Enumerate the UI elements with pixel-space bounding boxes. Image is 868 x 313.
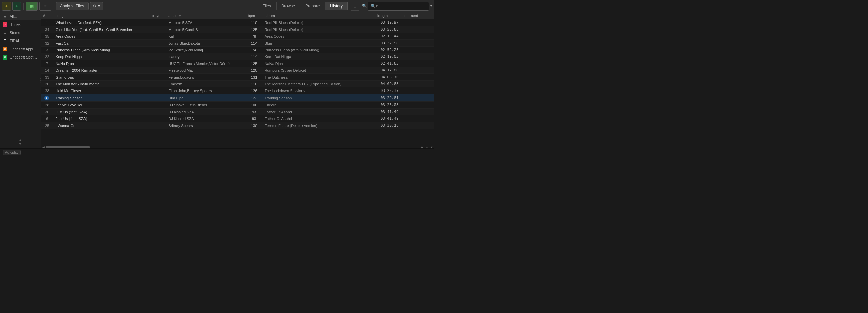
cell-album: Area Codes	[263, 33, 375, 40]
sidebar-item-itunes[interactable]: ♪ iTunes	[0, 20, 41, 29]
scroll-up-button[interactable]: ▲	[424, 145, 429, 149]
sidebar-item-itunes-label: iTunes	[10, 22, 21, 27]
table-row[interactable]: 7NaNa DjonHUGEL,Francis Mercier,Victor D…	[41, 60, 434, 67]
table-row[interactable]: 3Princess Diana (with Nicki Minaj)Ice Sp…	[41, 47, 434, 53]
analyze-files-button[interactable]: Analyze Files	[56, 2, 89, 10]
table-row[interactable]: 30Just Us (feat. SZA)DJ Khaled,SZA93Fath…	[41, 109, 434, 115]
cell-bpm: 126	[246, 87, 263, 94]
cell-plays	[150, 53, 166, 60]
sidebar-scroll-down[interactable]: ▼	[19, 142, 22, 146]
cell-bpm: 123	[246, 94, 263, 102]
cell-album: Keep Dat Nigga	[263, 53, 375, 60]
cell-album: Red Pill Blues (Deluxe)	[263, 26, 375, 33]
h-scroll-thumb[interactable]	[46, 146, 90, 148]
cell-comment	[401, 109, 434, 115]
cell-song: Princess Diana (with Nicki Minaj)	[53, 47, 150, 53]
table-row[interactable]: 38Hold Me CloserElton John,Britney Spear…	[41, 87, 434, 94]
table-row[interactable]: 20The Monster - InstrumentalEminem110The…	[41, 81, 434, 87]
cell-song: Fast Car	[53, 40, 150, 47]
gear-dropdown-arrow: ▾	[98, 4, 100, 9]
table-row[interactable]: 35Area CodesKali78Area Codes02:19.44	[41, 33, 434, 40]
cell-song: NaNa Djon	[53, 60, 150, 67]
add-playlist-icon: +	[15, 3, 18, 9]
sidebar-item-ondesoft-apple[interactable]: O Ondesoft Apple Music Conv	[0, 45, 41, 53]
horizontal-scrollbar[interactable]: ◀ ▶ ▲ ▼	[41, 146, 434, 148]
table-row[interactable]: 1What Lovers Do (feat. SZA)Maroon 5,SZA1…	[41, 19, 434, 26]
tab-browse[interactable]: Browse	[276, 2, 300, 10]
cell-num: 3	[41, 47, 53, 53]
content-area: # song plays artist ▼ bpm album length c…	[41, 12, 434, 148]
main-layout: ★ All... ♪ iTunes ≡ Stems T TIDAL O Onde…	[0, 12, 434, 148]
sidebar-resize-handle[interactable]	[40, 78, 41, 83]
cell-song: I Wanna Go	[53, 122, 150, 129]
col-header-bpm[interactable]: bpm	[246, 12, 263, 19]
scroll-down-button[interactable]: ▼	[429, 145, 434, 149]
cell-song: Just Us (feat. SZA)	[53, 109, 150, 115]
settings-button[interactable]: ⚙ ▾	[90, 2, 103, 10]
cell-album: Father Of Asahd	[263, 109, 375, 115]
cell-length: 04:17.86	[375, 67, 401, 74]
sidebar-scroll-up[interactable]: ▲	[19, 138, 22, 142]
cell-plays	[150, 74, 166, 81]
col-header-length[interactable]: length	[375, 12, 401, 19]
col-header-comment[interactable]: comment	[401, 12, 434, 19]
cell-length: 03:19.97	[375, 19, 401, 26]
cell-artist: Britney Spears	[166, 122, 246, 129]
cell-bpm: 120	[246, 67, 263, 74]
cell-song: Hold Me Closer	[53, 87, 150, 94]
sidebar-item-all[interactable]: ★ All...	[0, 12, 41, 20]
cell-bpm: 110	[246, 81, 263, 87]
add-playlist-button[interactable]: +	[12, 2, 21, 11]
grid-view-button[interactable]: ▦	[26, 2, 38, 11]
col-header-song[interactable]: song	[53, 12, 150, 19]
cell-song: Glamorous	[53, 74, 150, 81]
add-track-button[interactable]: +	[2, 2, 11, 11]
cell-length: 03:55.68	[375, 26, 401, 33]
table-row[interactable]: ▶Training SeasonDua Lipa123Training Seas…	[41, 94, 434, 102]
cell-plays	[150, 19, 166, 26]
table-row[interactable]: 32Fast CarJonas Blue,Dakota114Blue03:32.…	[41, 40, 434, 47]
col-header-album[interactable]: album	[263, 12, 375, 19]
table-row[interactable]: 6Just Us (feat. SZA)DJ Khaled,SZA93Fathe…	[41, 115, 434, 122]
scroll-left-button[interactable]: ◀	[41, 145, 46, 149]
table-row[interactable]: 14Dreams - 2004 RemasterFleetwood Mac120…	[41, 67, 434, 74]
cell-comment	[401, 102, 434, 109]
table-body: 1What Lovers Do (feat. SZA)Maroon 5,SZA1…	[41, 19, 434, 129]
table-row[interactable]: 34Girls Like You (feat. Cardi B) - Cardi…	[41, 26, 434, 33]
cell-album: Red Pill Blues (Deluxe)	[263, 19, 375, 26]
cell-artist: DJ Khaled,SZA	[166, 115, 246, 122]
cell-artist: Fergie,Ludacris	[166, 74, 246, 81]
cell-num: 1	[41, 19, 53, 26]
table-row[interactable]: 33GlamorousFergie,Ludacris131The Dutches…	[41, 74, 434, 81]
cell-artist: Maroon 5,Cardi B	[166, 26, 246, 33]
table-row[interactable]: 22Keep Dat NiggaIcandy114Keep Dat Nigga0…	[41, 53, 434, 60]
table-header: # song plays artist ▼ bpm album length c…	[41, 12, 434, 19]
sidebar-item-ondesoft-spotify[interactable]: O Ondesoft Spotify Music Conv	[0, 53, 41, 61]
search-input[interactable]	[368, 2, 429, 11]
cell-comment	[401, 67, 434, 74]
table-row[interactable]: 28Let Me Love YouDJ Snake,Justin Bieber1…	[41, 102, 434, 109]
cell-plays	[150, 109, 166, 115]
table-row[interactable]: 25I Wanna GoBritney Spears130Femme Fatal…	[41, 122, 434, 129]
scroll-right-button[interactable]: ▶	[420, 145, 424, 149]
cell-length: 03:41.49	[375, 115, 401, 122]
list-view-button[interactable]: ≡	[39, 2, 51, 11]
tab-files[interactable]: Files	[258, 2, 276, 10]
cell-artist: Dua Lipa	[166, 94, 246, 102]
col-header-num[interactable]: #	[41, 12, 53, 19]
col-header-plays[interactable]: plays	[150, 12, 166, 19]
autoplay-badge[interactable]: Autoplay	[3, 150, 21, 155]
cell-song: Girls Like You (feat. Cardi B) - Cardi B…	[53, 26, 150, 33]
expand-button[interactable]: ⊞	[351, 2, 359, 11]
sidebar-item-tidal-label: TIDAL	[10, 39, 20, 43]
sidebar-item-tidal[interactable]: T TIDAL	[0, 37, 41, 45]
tab-history[interactable]: History	[325, 2, 348, 10]
tidal-icon: T	[3, 38, 7, 43]
tab-prepare[interactable]: Prepare	[300, 2, 325, 10]
cell-comment	[401, 115, 434, 122]
col-header-artist[interactable]: artist ▼	[166, 12, 246, 19]
cell-bpm: 114	[246, 53, 263, 60]
cell-artist: Elton John,Britney Spears	[166, 87, 246, 94]
sidebar-item-stems[interactable]: ≡ Stems	[0, 29, 41, 37]
cell-song: Area Codes	[53, 33, 150, 40]
